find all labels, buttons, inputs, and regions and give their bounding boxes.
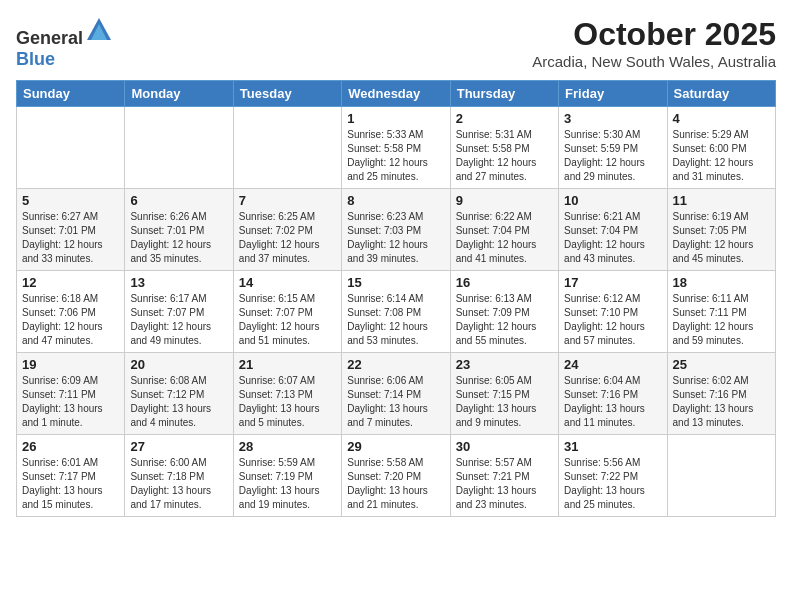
day-number: 4 bbox=[673, 111, 770, 126]
calendar-week-row: 12Sunrise: 6:18 AM Sunset: 7:06 PM Dayli… bbox=[17, 271, 776, 353]
day-info: Sunrise: 5:30 AM Sunset: 5:59 PM Dayligh… bbox=[564, 128, 661, 184]
day-number: 22 bbox=[347, 357, 444, 372]
day-number: 12 bbox=[22, 275, 119, 290]
header-wednesday: Wednesday bbox=[342, 81, 450, 107]
header-monday: Monday bbox=[125, 81, 233, 107]
day-info: Sunrise: 6:17 AM Sunset: 7:07 PM Dayligh… bbox=[130, 292, 227, 348]
table-row: 13Sunrise: 6:17 AM Sunset: 7:07 PM Dayli… bbox=[125, 271, 233, 353]
day-info: Sunrise: 6:04 AM Sunset: 7:16 PM Dayligh… bbox=[564, 374, 661, 430]
table-row bbox=[125, 107, 233, 189]
day-info: Sunrise: 6:19 AM Sunset: 7:05 PM Dayligh… bbox=[673, 210, 770, 266]
day-number: 27 bbox=[130, 439, 227, 454]
day-number: 28 bbox=[239, 439, 336, 454]
day-info: Sunrise: 5:29 AM Sunset: 6:00 PM Dayligh… bbox=[673, 128, 770, 184]
day-info: Sunrise: 5:59 AM Sunset: 7:19 PM Dayligh… bbox=[239, 456, 336, 512]
day-info: Sunrise: 5:31 AM Sunset: 5:58 PM Dayligh… bbox=[456, 128, 553, 184]
day-number: 18 bbox=[673, 275, 770, 290]
logo-blue: Blue bbox=[16, 49, 55, 69]
day-info: Sunrise: 6:15 AM Sunset: 7:07 PM Dayligh… bbox=[239, 292, 336, 348]
day-number: 8 bbox=[347, 193, 444, 208]
day-number: 30 bbox=[456, 439, 553, 454]
day-number: 15 bbox=[347, 275, 444, 290]
day-number: 19 bbox=[22, 357, 119, 372]
logo-icon bbox=[85, 16, 113, 44]
day-info: Sunrise: 6:23 AM Sunset: 7:03 PM Dayligh… bbox=[347, 210, 444, 266]
day-info: Sunrise: 6:06 AM Sunset: 7:14 PM Dayligh… bbox=[347, 374, 444, 430]
table-row: 18Sunrise: 6:11 AM Sunset: 7:11 PM Dayli… bbox=[667, 271, 775, 353]
day-number: 29 bbox=[347, 439, 444, 454]
calendar-week-row: 26Sunrise: 6:01 AM Sunset: 7:17 PM Dayli… bbox=[17, 435, 776, 517]
day-number: 31 bbox=[564, 439, 661, 454]
table-row: 29Sunrise: 5:58 AM Sunset: 7:20 PM Dayli… bbox=[342, 435, 450, 517]
day-number: 26 bbox=[22, 439, 119, 454]
header-saturday: Saturday bbox=[667, 81, 775, 107]
day-info: Sunrise: 6:14 AM Sunset: 7:08 PM Dayligh… bbox=[347, 292, 444, 348]
table-row: 11Sunrise: 6:19 AM Sunset: 7:05 PM Dayli… bbox=[667, 189, 775, 271]
day-info: Sunrise: 6:13 AM Sunset: 7:09 PM Dayligh… bbox=[456, 292, 553, 348]
day-number: 6 bbox=[130, 193, 227, 208]
table-row: 9Sunrise: 6:22 AM Sunset: 7:04 PM Daylig… bbox=[450, 189, 558, 271]
day-info: Sunrise: 6:08 AM Sunset: 7:12 PM Dayligh… bbox=[130, 374, 227, 430]
day-number: 7 bbox=[239, 193, 336, 208]
day-info: Sunrise: 6:01 AM Sunset: 7:17 PM Dayligh… bbox=[22, 456, 119, 512]
logo: General Blue bbox=[16, 16, 113, 70]
day-info: Sunrise: 6:11 AM Sunset: 7:11 PM Dayligh… bbox=[673, 292, 770, 348]
day-number: 17 bbox=[564, 275, 661, 290]
day-info: Sunrise: 5:58 AM Sunset: 7:20 PM Dayligh… bbox=[347, 456, 444, 512]
table-row: 5Sunrise: 6:27 AM Sunset: 7:01 PM Daylig… bbox=[17, 189, 125, 271]
day-info: Sunrise: 6:12 AM Sunset: 7:10 PM Dayligh… bbox=[564, 292, 661, 348]
table-row: 8Sunrise: 6:23 AM Sunset: 7:03 PM Daylig… bbox=[342, 189, 450, 271]
table-row: 31Sunrise: 5:56 AM Sunset: 7:22 PM Dayli… bbox=[559, 435, 667, 517]
day-info: Sunrise: 6:02 AM Sunset: 7:16 PM Dayligh… bbox=[673, 374, 770, 430]
table-row: 26Sunrise: 6:01 AM Sunset: 7:17 PM Dayli… bbox=[17, 435, 125, 517]
table-row: 23Sunrise: 6:05 AM Sunset: 7:15 PM Dayli… bbox=[450, 353, 558, 435]
table-row: 19Sunrise: 6:09 AM Sunset: 7:11 PM Dayli… bbox=[17, 353, 125, 435]
table-row bbox=[17, 107, 125, 189]
day-number: 11 bbox=[673, 193, 770, 208]
day-number: 5 bbox=[22, 193, 119, 208]
table-row: 14Sunrise: 6:15 AM Sunset: 7:07 PM Dayli… bbox=[233, 271, 341, 353]
table-row: 12Sunrise: 6:18 AM Sunset: 7:06 PM Dayli… bbox=[17, 271, 125, 353]
day-number: 21 bbox=[239, 357, 336, 372]
day-info: Sunrise: 6:27 AM Sunset: 7:01 PM Dayligh… bbox=[22, 210, 119, 266]
day-number: 20 bbox=[130, 357, 227, 372]
page-header: General Blue October 2025 Arcadia, New S… bbox=[16, 16, 776, 70]
table-row: 28Sunrise: 5:59 AM Sunset: 7:19 PM Dayli… bbox=[233, 435, 341, 517]
logo-text: General Blue bbox=[16, 16, 113, 70]
day-number: 13 bbox=[130, 275, 227, 290]
day-info: Sunrise: 6:09 AM Sunset: 7:11 PM Dayligh… bbox=[22, 374, 119, 430]
header-friday: Friday bbox=[559, 81, 667, 107]
day-number: 10 bbox=[564, 193, 661, 208]
table-row: 1Sunrise: 5:33 AM Sunset: 5:58 PM Daylig… bbox=[342, 107, 450, 189]
calendar-header-row: Sunday Monday Tuesday Wednesday Thursday… bbox=[17, 81, 776, 107]
table-row: 3Sunrise: 5:30 AM Sunset: 5:59 PM Daylig… bbox=[559, 107, 667, 189]
day-number: 25 bbox=[673, 357, 770, 372]
day-info: Sunrise: 6:22 AM Sunset: 7:04 PM Dayligh… bbox=[456, 210, 553, 266]
table-row: 2Sunrise: 5:31 AM Sunset: 5:58 PM Daylig… bbox=[450, 107, 558, 189]
day-info: Sunrise: 5:56 AM Sunset: 7:22 PM Dayligh… bbox=[564, 456, 661, 512]
day-number: 24 bbox=[564, 357, 661, 372]
table-row: 6Sunrise: 6:26 AM Sunset: 7:01 PM Daylig… bbox=[125, 189, 233, 271]
table-row bbox=[233, 107, 341, 189]
header-sunday: Sunday bbox=[17, 81, 125, 107]
day-number: 14 bbox=[239, 275, 336, 290]
table-row: 15Sunrise: 6:14 AM Sunset: 7:08 PM Dayli… bbox=[342, 271, 450, 353]
table-row bbox=[667, 435, 775, 517]
day-number: 23 bbox=[456, 357, 553, 372]
day-info: Sunrise: 6:00 AM Sunset: 7:18 PM Dayligh… bbox=[130, 456, 227, 512]
calendar-week-row: 5Sunrise: 6:27 AM Sunset: 7:01 PM Daylig… bbox=[17, 189, 776, 271]
day-info: Sunrise: 6:07 AM Sunset: 7:13 PM Dayligh… bbox=[239, 374, 336, 430]
day-info: Sunrise: 5:57 AM Sunset: 7:21 PM Dayligh… bbox=[456, 456, 553, 512]
table-row: 30Sunrise: 5:57 AM Sunset: 7:21 PM Dayli… bbox=[450, 435, 558, 517]
month-title: October 2025 bbox=[532, 16, 776, 53]
table-row: 20Sunrise: 6:08 AM Sunset: 7:12 PM Dayli… bbox=[125, 353, 233, 435]
logo-general: General bbox=[16, 28, 83, 48]
title-area: October 2025 Arcadia, New South Wales, A… bbox=[532, 16, 776, 70]
day-info: Sunrise: 6:18 AM Sunset: 7:06 PM Dayligh… bbox=[22, 292, 119, 348]
table-row: 16Sunrise: 6:13 AM Sunset: 7:09 PM Dayli… bbox=[450, 271, 558, 353]
calendar-table: Sunday Monday Tuesday Wednesday Thursday… bbox=[16, 80, 776, 517]
day-number: 1 bbox=[347, 111, 444, 126]
table-row: 27Sunrise: 6:00 AM Sunset: 7:18 PM Dayli… bbox=[125, 435, 233, 517]
table-row: 17Sunrise: 6:12 AM Sunset: 7:10 PM Dayli… bbox=[559, 271, 667, 353]
table-row: 22Sunrise: 6:06 AM Sunset: 7:14 PM Dayli… bbox=[342, 353, 450, 435]
